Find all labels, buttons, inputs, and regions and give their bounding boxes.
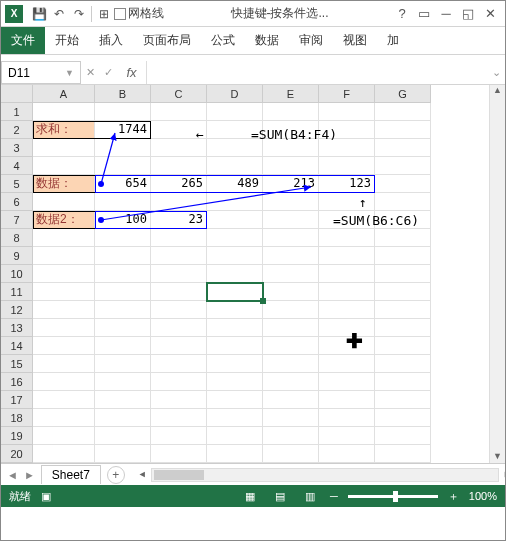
cell[interactable] [207,355,263,373]
close-icon[interactable]: ✕ [479,6,501,21]
cell[interactable] [207,391,263,409]
sheet-nav-next-icon[interactable]: ► [24,469,35,481]
row-header[interactable]: 20 [1,445,33,463]
tab-review[interactable]: 审阅 [289,27,333,54]
row-header[interactable]: 12 [1,301,33,319]
cell[interactable] [263,319,319,337]
cell[interactable] [207,103,263,121]
cell[interactable] [375,139,431,157]
cell[interactable] [207,319,263,337]
column-header[interactable]: C [151,85,207,103]
cell[interactable] [33,193,95,211]
cell[interactable] [207,373,263,391]
cell[interactable] [33,265,95,283]
cell[interactable] [151,427,207,445]
cell[interactable] [33,157,95,175]
cell[interactable]: 213 [263,175,319,193]
cell[interactable] [33,319,95,337]
cell[interactable] [207,229,263,247]
column-header[interactable]: F [319,85,375,103]
chevron-down-icon[interactable]: ▼ [65,68,74,78]
select-all-corner[interactable] [1,85,33,103]
cell[interactable] [95,427,151,445]
zoom-out-icon[interactable]: ─ [330,490,338,502]
zoom-in-icon[interactable]: ＋ [448,489,459,504]
cell[interactable] [95,139,151,157]
cell[interactable] [263,229,319,247]
cell[interactable]: 654 [95,175,151,193]
cell[interactable] [33,247,95,265]
cell[interactable] [207,211,263,229]
cell[interactable] [33,391,95,409]
tab-home[interactable]: 开始 [45,27,89,54]
cell[interactable] [375,121,431,139]
cell[interactable] [151,337,207,355]
cell[interactable] [151,373,207,391]
cell[interactable] [207,157,263,175]
name-box[interactable]: D11 ▼ [1,61,81,84]
tab-formulas[interactable]: 公式 [201,27,245,54]
cell[interactable] [33,355,95,373]
cell[interactable]: 265 [151,175,207,193]
row-header[interactable]: 4 [1,157,33,175]
cell[interactable] [375,391,431,409]
cell[interactable]: 23 [151,211,207,229]
expand-formula-icon[interactable]: ⌄ [487,61,505,84]
restore-icon[interactable]: ◱ [457,6,479,21]
cell[interactable] [319,409,375,427]
macro-record-icon[interactable]: ▣ [41,490,51,503]
cell[interactable] [151,355,207,373]
vertical-scrollbar[interactable]: ▲ ▼ [489,85,505,463]
cell[interactable] [33,139,95,157]
cell[interactable] [263,247,319,265]
cell[interactable] [151,265,207,283]
cell[interactable] [151,283,207,301]
cell[interactable] [263,337,319,355]
cell[interactable] [95,247,151,265]
cell[interactable] [95,229,151,247]
cell[interactable] [33,103,95,121]
cell[interactable] [207,193,263,211]
horizontal-scrollbar[interactable]: ◄ ► [151,468,499,482]
cell[interactable] [375,265,431,283]
row-header[interactable]: 13 [1,319,33,337]
cell[interactable] [151,157,207,175]
cell[interactable] [151,391,207,409]
column-header[interactable]: D [207,85,263,103]
cell[interactable] [263,391,319,409]
cell[interactable] [95,373,151,391]
cell[interactable] [263,193,319,211]
cell[interactable]: 1744 [95,121,151,139]
cell[interactable] [33,409,95,427]
fx-icon[interactable]: fx [117,61,147,84]
cancel-formula-icon[interactable]: ✕ [81,61,99,84]
ribbon-toggle-icon[interactable]: ▭ [413,6,435,21]
column-header[interactable]: G [375,85,431,103]
cell[interactable] [263,103,319,121]
cell[interactable] [319,283,375,301]
cell[interactable] [263,427,319,445]
tab-view[interactable]: 视图 [333,27,377,54]
cell[interactable] [375,301,431,319]
tab-layout[interactable]: 页面布局 [133,27,201,54]
tab-insert[interactable]: 插入 [89,27,133,54]
tab-data[interactable]: 数据 [245,27,289,54]
cell[interactable] [95,283,151,301]
cell[interactable] [95,103,151,121]
cell[interactable] [33,445,95,463]
accept-formula-icon[interactable]: ✓ [99,61,117,84]
cell[interactable] [375,193,431,211]
cell[interactable] [263,445,319,463]
add-sheet-icon[interactable]: + [107,466,125,484]
zoom-level[interactable]: 100% [469,490,497,502]
cell[interactable] [95,391,151,409]
row-header[interactable]: 16 [1,373,33,391]
row-header[interactable]: 6 [1,193,33,211]
cell[interactable]: 100 [95,211,151,229]
cell[interactable] [33,229,95,247]
row-header[interactable]: 17 [1,391,33,409]
cell[interactable] [319,391,375,409]
row-header[interactable]: 5 [1,175,33,193]
cell[interactable]: 123 [319,175,375,193]
cell[interactable]: 求和： [33,121,95,139]
